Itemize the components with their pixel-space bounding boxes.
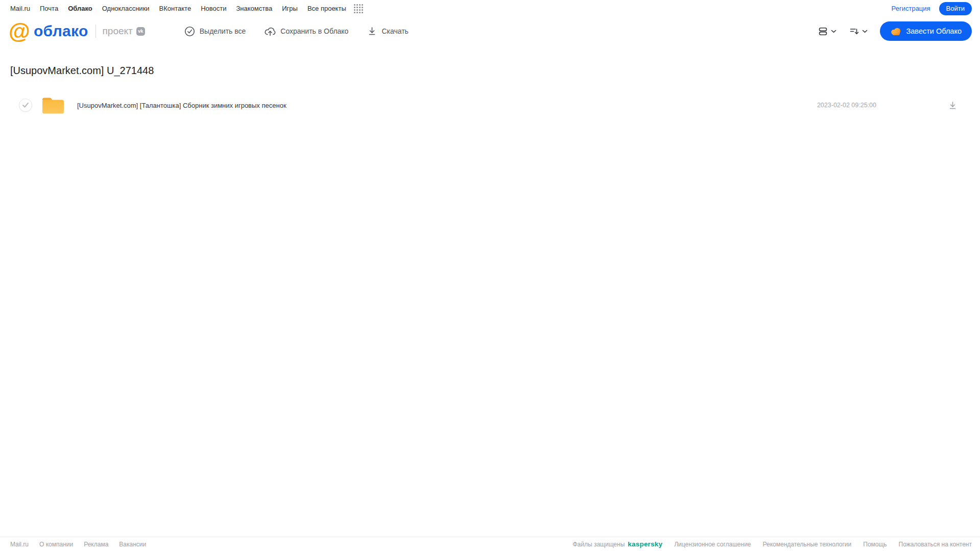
cloud-upload-icon <box>265 26 276 37</box>
download-icon <box>367 26 377 36</box>
portal-link-odnoklassniki[interactable]: Одноклассники <box>102 5 150 12</box>
orange-cloud-icon <box>890 27 902 36</box>
select-all-label: Выделить все <box>200 27 246 35</box>
download-button[interactable]: Скачать <box>367 26 409 36</box>
footer-link-ads[interactable]: Реклама <box>84 541 108 548</box>
save-to-cloud-button[interactable]: Сохранить в Облако <box>265 26 348 37</box>
footer-right-links: Файлы защищены kaspersky Лицензионное со… <box>572 540 972 548</box>
cloud-logo[interactable]: @ облако проект vk <box>9 21 145 41</box>
footer-link-jobs[interactable]: Вакансии <box>119 541 146 548</box>
footer-link-about[interactable]: О компании <box>39 541 73 548</box>
vk-badge-icon: vk <box>136 27 145 36</box>
chevron-down-icon <box>831 30 836 33</box>
sort-icon <box>849 26 859 37</box>
create-cloud-button[interactable]: Завести Облако <box>880 21 972 41</box>
login-button[interactable]: Войти <box>939 2 972 15</box>
protected-by-label: Файлы защищены <box>572 541 625 548</box>
footer-link-license[interactable]: Лицензионное соглашение <box>674 541 751 548</box>
portal-link-all-projects[interactable]: Все проекты <box>307 5 346 12</box>
file-toolbar: Выделить все Сохранить в Облако Скачать <box>184 26 409 37</box>
check-icon <box>22 102 29 108</box>
save-to-cloud-label: Сохранить в Облако <box>280 27 348 35</box>
select-all-button[interactable]: Выделить все <box>184 26 246 37</box>
row-download-button[interactable] <box>948 101 958 110</box>
file-date: 2023-02-02 09:25:00 <box>817 102 876 109</box>
row-checkbox[interactable] <box>19 99 32 112</box>
footer-link-recommendations[interactable]: Рекомендательные технологии <box>763 541 852 548</box>
portal-link-pochta[interactable]: Почта <box>40 5 58 12</box>
registration-link[interactable]: Регистрация <box>892 5 930 12</box>
file-row[interactable]: [UsupovMarket.com] [Талантошка] Сборник … <box>10 94 972 116</box>
kaspersky-protection: Файлы защищены kaspersky <box>572 540 662 548</box>
mailru-at-icon: @ <box>9 21 30 41</box>
kaspersky-logo[interactable]: kaspersky <box>628 540 662 548</box>
portal-link-vkontakte[interactable]: ВКонтакте <box>159 5 192 12</box>
view-switcher[interactable] <box>818 26 836 37</box>
chevron-down-icon <box>862 30 868 33</box>
folder-icon <box>41 96 65 115</box>
portal-link-znakomstva[interactable]: Знакомства <box>236 5 272 12</box>
footer-link-mailru[interactable]: Mail.ru <box>10 541 29 548</box>
file-name-link[interactable]: [UsupovMarket.com] [Талантошка] Сборник … <box>77 102 286 109</box>
footer: Mail.ru О компании Реклама Вакансии Файл… <box>0 537 980 551</box>
download-icon <box>948 101 958 110</box>
portal-link-mailru[interactable]: Mail.ru <box>10 5 30 12</box>
portal-nav: Mail.ru Почта Облако Одноклассники ВКонт… <box>0 0 980 17</box>
page-title: [UsupovMarket.com] U_271448 <box>10 65 972 77</box>
project-label-text: проект <box>103 26 133 37</box>
footer-link-report[interactable]: Пожаловаться на контент <box>899 541 972 548</box>
portal-link-oblako[interactable]: Облако <box>68 5 92 12</box>
download-label: Скачать <box>381 27 409 35</box>
portal-link-igry[interactable]: Игры <box>282 5 298 12</box>
cloud-logo-text: облако <box>34 22 88 40</box>
all-projects-grid-icon[interactable] <box>354 4 363 13</box>
create-cloud-label: Завести Облако <box>906 27 962 35</box>
cloud-header: @ облако проект vk Выделить все Сохранит… <box>0 17 980 45</box>
footer-link-help[interactable]: Помощь <box>863 541 887 548</box>
project-vk-label: проект vk <box>95 25 145 38</box>
check-circle-icon <box>184 26 195 37</box>
portal-link-novosti[interactable]: Новости <box>201 5 226 12</box>
header-right-controls: Завести Облако <box>818 21 972 41</box>
view-mode-icon <box>818 26 828 37</box>
sort-menu[interactable] <box>849 26 868 37</box>
shared-folder-content: [UsupovMarket.com] U_271448 [UsupovMarke… <box>0 65 980 116</box>
